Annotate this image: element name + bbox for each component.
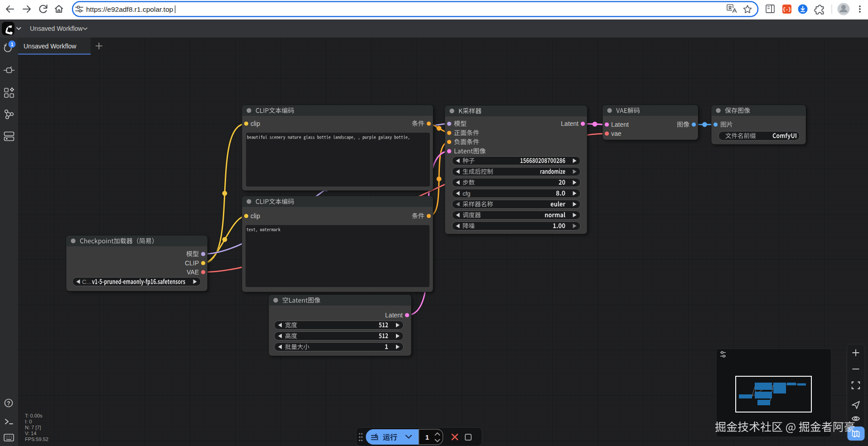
svg-text:V: 14: V: 14 — [25, 431, 36, 436]
svg-text:VAE: VAE — [187, 269, 199, 276]
svg-text:https://e92adf8.r1.cpolar.top: https://e92adf8.r1.cpolar.top — [86, 5, 173, 13]
svg-text:C...: C... — [82, 278, 92, 285]
svg-text:Latent: Latent — [611, 121, 629, 128]
svg-text:FPS:59.52: FPS:59.52 — [25, 436, 48, 442]
svg-text:CLIP: CLIP — [185, 259, 199, 267]
svg-text:vae: vae — [611, 130, 622, 137]
svg-text:Latent: Latent — [561, 120, 579, 127]
svg-text:clip: clip — [251, 212, 260, 220]
svg-text:?: ? — [7, 400, 10, 407]
svg-text:Unsaved Workflow: Unsaved Workflow — [30, 25, 83, 32]
svg-text:I: 0: I: 0 — [25, 419, 32, 424]
svg-text:1: 1 — [425, 433, 429, 441]
svg-text:T: 0.00s: T: 0.00s — [25, 413, 43, 418]
svg-text:Latent: Latent — [385, 312, 403, 319]
svg-text:{-}: {-} — [783, 7, 791, 12]
svg-text:1: 1 — [10, 42, 13, 47]
svg-text:N: 7 [7]: N: 7 [7] — [25, 425, 41, 430]
svg-text:clip: clip — [251, 120, 260, 127]
svg-text:cfg: cfg — [463, 190, 470, 197]
svg-text:Unsaved Workflow: Unsaved Workflow — [24, 43, 77, 50]
